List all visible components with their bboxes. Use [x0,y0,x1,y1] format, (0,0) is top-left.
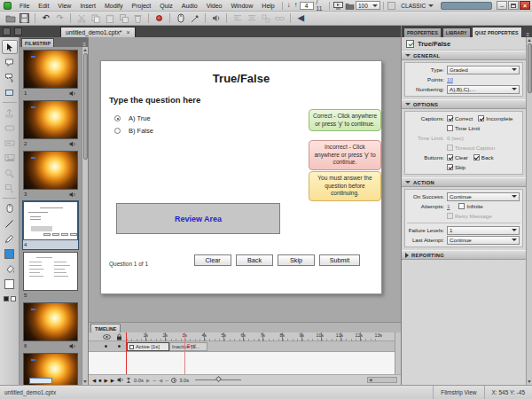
scrollbar-thumb[interactable] [83,53,88,160]
text-entry-box-tool[interactable] [2,136,18,150]
section-general[interactable]: GENERAL [402,51,526,60]
menu-edit[interactable]: Edit [34,0,53,12]
scroll-up-icon[interactable] [83,49,87,51]
infinite-checkbox[interactable]: Infinite [458,203,482,209]
active-state-block[interactable]: Active [1s] [127,342,169,351]
zoom-area-tool[interactable] [2,166,18,180]
zoom-slider-thumb[interactable] [215,376,222,382]
snap-grid-icon[interactable] [386,1,397,10]
stop-button[interactable]: ■ [98,377,101,384]
stage[interactable]: True/False Type the question here A) Tru… [89,37,401,322]
next-slide-icon[interactable]: ↑ [293,1,300,10]
redo-icon[interactable]: ↷ [53,12,66,24]
menu-audio[interactable]: Audio [177,0,202,12]
scrollbar-thumb[interactable] [528,43,532,93]
slide-thumbnail-7[interactable]: 7 [23,353,78,385]
go-to-start-button[interactable]: ◀ [92,377,96,384]
scroll-up-icon[interactable] [528,39,531,42]
section-options[interactable]: OPTIONS [402,99,526,109]
menu-file[interactable]: File [15,0,34,12]
last-attempt-select[interactable]: Continue [447,236,520,245]
selection-tool[interactable] [2,40,18,54]
slide-title[interactable]: True/False [101,72,381,85]
image-tool[interactable] [2,151,18,165]
scroll-down-icon[interactable] [83,380,87,383]
correct-checkbox[interactable]: Correct [447,115,473,121]
clear-checkbox[interactable]: Clear [447,154,468,160]
panel-scrollbar[interactable] [526,37,532,385]
type-select[interactable]: Graded [447,66,520,74]
on-success-select[interactable]: Continue [447,192,520,201]
incomplete-checkbox[interactable]: Incomplete [478,115,512,121]
incorrect-caption[interactable]: Incorrect - Click anywhere or press 'y' … [309,140,381,170]
question-text[interactable]: Type the question here [109,95,200,105]
menu-view[interactable]: View [53,0,75,12]
menu-insert[interactable]: Insert [75,0,100,12]
click-box-tool[interactable] [2,106,18,120]
close-tab-icon[interactable]: × [126,29,129,35]
preview-icon[interactable] [332,1,344,10]
menu-project[interactable]: Project [128,0,156,12]
timeline-empty-area[interactable] [89,352,395,374]
tab-properties[interactable]: PROPERTIES [403,27,442,37]
pencil-tool[interactable] [2,231,18,246]
timeline-horizontal-scrollbar[interactable]: ◀ [367,377,397,383]
failure-levels-select[interactable]: 1 [447,226,520,235]
link-icon[interactable] [273,12,286,24]
dock-icon[interactable] [3,27,11,35]
menu-video[interactable]: Video [202,0,227,12]
slide-number-input[interactable] [300,2,314,10]
submit-button[interactable]: Submit [319,254,360,266]
answer-option-true[interactable]: A) True [114,114,151,122]
timeline-track[interactable]: Active [1s] Inactive [1... End [89,341,395,352]
stroke-color-swatch[interactable] [2,246,18,261]
tab-library[interactable]: LIBRARY [442,27,471,37]
lock-icon[interactable] [116,333,122,340]
numbering-select[interactable]: A),B),C),... [447,85,520,94]
back-checkbox[interactable]: Back [473,154,494,160]
radio-false[interactable] [114,128,121,134]
checkbox-icon[interactable] [447,164,453,170]
mute-button[interactable] [117,377,124,383]
duplicate-icon[interactable] [117,12,130,24]
eye-icon[interactable] [103,334,111,340]
back-button[interactable]: Back [236,254,273,266]
end-marker-line[interactable] [184,332,185,374]
save-icon[interactable] [18,12,31,24]
rollover-caption-tool[interactable] [2,70,18,84]
tab-quiz-properties[interactable]: QUIZ PROPERTIES [472,27,522,37]
section-reporting[interactable]: REPORTING [402,250,526,260]
slide-thumbnail-2[interactable]: 2 [23,100,78,148]
checkbox-icon[interactable] [447,115,453,121]
menu-window[interactable]: Window [226,0,257,12]
rollover-image-tool[interactable] [2,181,18,195]
publish-icon[interactable] [344,1,356,10]
zoom-select[interactable]: 100 [356,1,380,10]
checkbox-icon[interactable] [447,154,453,160]
close-button[interactable]: × [520,1,530,10]
radio-true[interactable] [114,115,121,121]
timeline-tab[interactable]: TIMELINE [90,324,121,332]
play-button[interactable]: ▶ [105,377,108,384]
slide-thumbnail-6[interactable]: 6 [23,302,78,350]
menu-quiz[interactable]: Quiz [155,0,176,12]
timeline-zoom-slider[interactable] [195,379,241,380]
slide-thumbnail-3[interactable]: 3 [23,151,78,199]
document-tab[interactable]: untitled_demo1.cptx* × [60,27,136,37]
slide-thumbnail-1[interactable]: 1 [23,50,78,98]
color-pair-swatch[interactable] [2,292,18,306]
fill-color-swatch[interactable] [2,277,18,291]
checkbox-icon[interactable] [473,154,480,160]
slide-thumbnail-4[interactable]: 4 [23,201,78,249]
checkbox-icon[interactable] [478,115,484,121]
highlight-box-tool[interactable] [2,85,18,99]
section-action[interactable]: ACTION [402,177,526,187]
open-icon[interactable] [4,12,17,24]
record-icon[interactable] [153,12,166,24]
copy-icon[interactable] [89,12,102,24]
skip-button[interactable]: Skip [278,254,315,266]
effects-icon[interactable] [188,12,201,24]
lock-dot-icon[interactable] [118,345,121,348]
checkbox-icon[interactable] [447,125,453,131]
playhead[interactable] [126,332,127,374]
